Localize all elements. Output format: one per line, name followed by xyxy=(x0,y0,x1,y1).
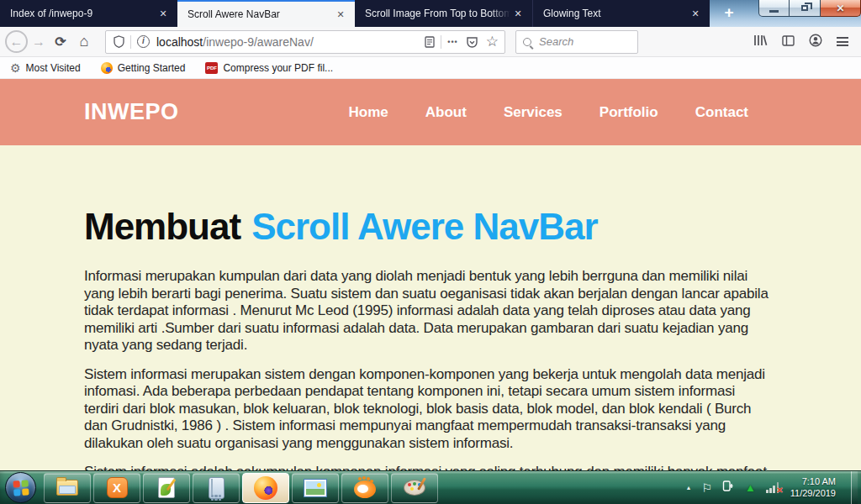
minimize-icon xyxy=(769,10,779,13)
url-text[interactable]: localhost/inwepo-9/awareNav/ xyxy=(156,35,314,49)
tab-close-icon[interactable]: ✕ xyxy=(333,9,348,20)
photo-viewer-icon xyxy=(304,480,326,496)
taskbar-windows-explorer-button[interactable] xyxy=(44,473,91,503)
tab-glowing-text[interactable]: Glowing Text ✕ xyxy=(532,0,710,27)
gom-player-icon xyxy=(354,480,376,498)
site-logo[interactable]: INWEPO xyxy=(84,99,179,125)
pocket-icon[interactable] xyxy=(466,36,478,48)
tab-scroll-image[interactable]: Scroll Image From Top to Bottom ✕ xyxy=(355,0,532,27)
tab-title: Scroll Image From Top to Bottom xyxy=(365,8,510,19)
home-button[interactable]: ⌂ xyxy=(71,33,97,50)
library-icon[interactable] xyxy=(753,34,768,50)
taskbar-notepad-plus-plus-button[interactable] xyxy=(143,473,190,503)
tracking-shield-icon[interactable] xyxy=(114,35,124,48)
forward-button[interactable]: → xyxy=(28,34,50,50)
page-title-black: Membuat xyxy=(84,206,240,247)
system-tray: ▲ ⚐ ▲ ✕ 7:10 AM 11/29/2019 xyxy=(685,471,861,504)
taskbar-firefox-button[interactable] xyxy=(242,473,289,503)
start-button[interactable] xyxy=(5,472,36,503)
search-input[interactable] xyxy=(537,34,631,49)
bookmark-label: Getting Started xyxy=(118,62,186,74)
show-desktop-button[interactable] xyxy=(851,471,858,504)
network-status-icon[interactable]: ✕ xyxy=(766,482,780,493)
nav-link-about[interactable]: About xyxy=(425,104,467,121)
nav-link-services[interactable]: Services xyxy=(504,104,563,121)
window-controls: ✕ xyxy=(758,0,861,17)
nav-link-portfolio[interactable]: Portfolio xyxy=(600,104,658,121)
address-bar[interactable]: i localhost/inwepo-9/awareNav/ ••• ☆ xyxy=(105,30,505,54)
page-title-blue: Scroll Awere NavBar xyxy=(251,206,597,247)
tab-scroll-awere-navbar[interactable]: Scroll Awere NavBar ✕ xyxy=(177,0,355,27)
page-actions-icon[interactable]: ••• xyxy=(447,38,457,46)
bookmarks-bar: ⚙ Most Visited Getting Started PDF Compr… xyxy=(0,57,861,79)
paragraph: Informasi merupakan kumpulan dari data y… xyxy=(84,268,769,354)
divider xyxy=(441,35,441,49)
tab-title: Glowing Text xyxy=(543,8,688,19)
reload-button[interactable]: ⟳ xyxy=(50,34,71,50)
pdf-icon: PDF xyxy=(205,62,218,74)
nav-link-contact[interactable]: Contact xyxy=(695,104,748,121)
tab-index-of-inwepo-9[interactable]: Index of /inwepo-9 ✕ xyxy=(0,0,177,27)
page-title: MembuatScroll Awere NavBar xyxy=(84,206,769,248)
tab-close-icon[interactable]: ✕ xyxy=(156,8,171,19)
taskbar: X ▲ ⚐ ▲ ✕ 7:10 AM 11/29/2019 xyxy=(0,470,861,504)
back-button[interactable]: ← xyxy=(5,30,28,53)
nav-link-home[interactable]: Home xyxy=(349,104,388,121)
tab-strip: Index of /inwepo-9 ✕ Scroll Awere NavBar… xyxy=(0,0,710,27)
tab-close-icon[interactable]: ✕ xyxy=(688,8,703,19)
paragraph: Sistem informasi merupakan sistem dengan… xyxy=(84,366,769,453)
url-host: localhost xyxy=(156,35,203,49)
taskbar-gom-player-button[interactable] xyxy=(341,473,388,503)
site-navbar: INWEPO Home About Services Portfolio Con… xyxy=(0,79,861,145)
taskbar-calculator-button[interactable] xyxy=(193,473,240,503)
paint-icon xyxy=(404,480,425,496)
xampp-icon: X xyxy=(107,477,128,498)
gear-icon: ⚙ xyxy=(10,62,21,74)
taskbar-clock[interactable]: 7:10 AM 11/29/2019 xyxy=(790,476,836,499)
account-icon[interactable] xyxy=(809,34,822,50)
clock-date: 11/29/2019 xyxy=(790,488,836,500)
menu-hamburger-icon[interactable] xyxy=(837,37,848,46)
browser-toolbar: ← → ⟳ ⌂ i localhost/inwepo-9/awareNav/ •… xyxy=(0,27,861,57)
divider xyxy=(130,35,131,49)
search-box[interactable] xyxy=(515,30,638,54)
site-info-icon[interactable]: i xyxy=(137,35,150,48)
clock-time: 7:10 AM xyxy=(790,476,836,488)
page-viewport: INWEPO Home About Services Portfolio Con… xyxy=(0,79,861,470)
taskbar-photo-viewer-button[interactable] xyxy=(292,473,339,503)
network-disconnected-x: ✕ xyxy=(776,486,783,495)
taskbar-xampp-button[interactable]: X xyxy=(93,473,140,503)
browser-tab-bar: Index of /inwepo-9 ✕ Scroll Awere NavBar… xyxy=(0,0,861,27)
paragraph: Sistem informasi adalah sekumpulan kompo… xyxy=(84,464,769,470)
bookmark-label: Compress your PDF fil... xyxy=(223,62,333,74)
firefox-icon xyxy=(254,476,277,500)
close-window-icon: ✕ xyxy=(836,3,844,14)
bookmark-getting-started[interactable]: Getting Started xyxy=(101,62,186,74)
minimize-button[interactable] xyxy=(758,0,790,17)
close-window-button[interactable]: ✕ xyxy=(821,0,861,17)
smadav-antivirus-icon[interactable]: ▲ xyxy=(745,482,756,493)
bookmark-most-visited[interactable]: ⚙ Most Visited xyxy=(10,62,81,74)
taskbar-paint-button[interactable] xyxy=(391,473,438,503)
restore-icon xyxy=(801,5,808,11)
action-center-flag-icon[interactable]: ⚐ xyxy=(701,482,712,494)
windows-logo-icon xyxy=(13,480,29,496)
reader-mode-icon[interactable] xyxy=(425,36,435,48)
bookmark-star-icon[interactable]: ☆ xyxy=(486,34,499,49)
toolbar-right-icons xyxy=(753,34,861,50)
windows-explorer-icon xyxy=(56,480,78,496)
notepad-plus-plus-icon xyxy=(158,477,175,498)
page-content: MembuatScroll Awere NavBar Informasi mer… xyxy=(0,145,769,470)
restore-button[interactable] xyxy=(790,0,821,17)
new-tab-button[interactable]: + xyxy=(716,0,742,27)
bookmark-compress-pdf[interactable]: PDF Compress your PDF fil... xyxy=(205,62,333,74)
url-path: /inwepo-9/awareNav/ xyxy=(203,35,314,49)
tab-close-icon[interactable]: ✕ xyxy=(510,8,526,19)
sidebar-icon[interactable] xyxy=(782,34,795,50)
site-menu: Home About Services Portfolio Contact xyxy=(349,104,748,121)
tab-title: Scroll Awere NavBar xyxy=(188,8,333,20)
firefox-icon xyxy=(101,62,113,74)
show-hidden-icons-button[interactable]: ▲ xyxy=(685,485,691,491)
power-plug-icon[interactable] xyxy=(722,480,735,496)
calculator-icon xyxy=(209,477,224,499)
